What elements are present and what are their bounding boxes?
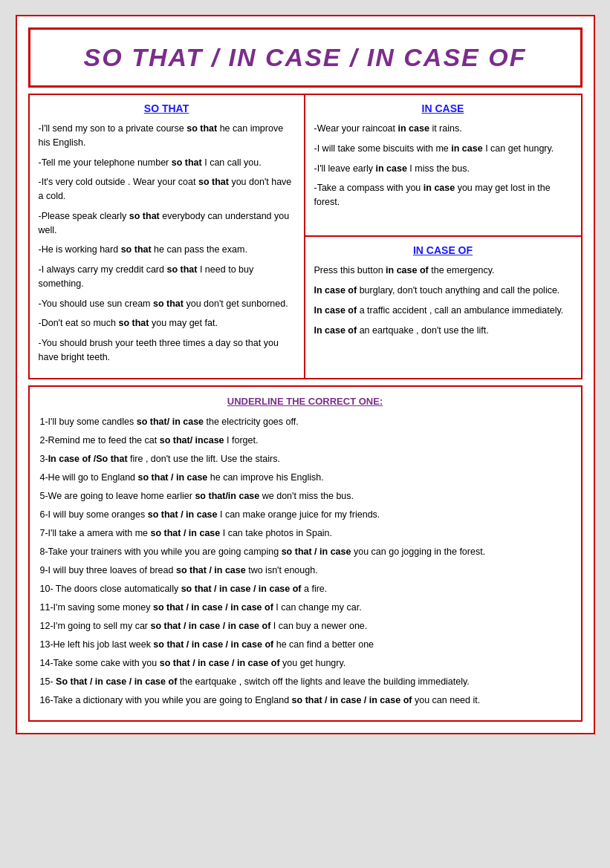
ex-line-9: 9-I will buy three loaves of bread so th… xyxy=(40,563,571,578)
ex-line-7: 7-I'll take a amera with me so that / in… xyxy=(40,526,571,541)
incaseof-line-4: In case of an eartquake , don't use the … xyxy=(314,324,572,338)
page-title: SO THAT / IN CASE / IN CASE OF xyxy=(38,43,573,72)
ex-line-2: 2-Remind me to feed the cat so that/ inc… xyxy=(40,433,571,448)
in-case-section: IN CASE -Wear your raincoat in case it r… xyxy=(305,95,581,237)
incase-line-3: -I'll leave early in case I miss the bus… xyxy=(314,162,572,176)
exercise-heading: UNDERLINE THE CORRECT ONE: xyxy=(40,396,571,407)
ex-line-10: 10- The doors close automatically so tha… xyxy=(40,581,571,596)
sothat-line-6: -I always carry my creddit card so that … xyxy=(39,263,295,291)
ex-line-13: 13-He left his job last week so that / i… xyxy=(40,637,571,652)
sothat-line-1: -I'll send my son to a private course so… xyxy=(39,122,295,150)
ex-line-3: 3-In case of /So that fire , don't use t… xyxy=(40,451,571,466)
incase-line-1: -Wear your raincoat in case it rains. xyxy=(314,122,572,136)
incaseof-line-1: Press this button in case of the emergen… xyxy=(314,264,572,278)
title-box: SO THAT / IN CASE / IN CASE OF xyxy=(28,27,583,88)
in-case-of-section: IN CASE OF Press this button in case of … xyxy=(305,237,581,377)
incase-line-2: -I will take some biscuits with me in ca… xyxy=(314,142,572,156)
ex-line-5: 5-We are going to leave home earlier so … xyxy=(40,489,571,503)
exercise-section: UNDERLINE THE CORRECT ONE: 1-I'll buy so… xyxy=(28,385,583,722)
incaseof-line-3: In case of a traffic accident , call an … xyxy=(314,304,572,318)
sothat-line-7: -You should use sun cream so that you do… xyxy=(39,297,295,311)
in-case-heading: IN CASE xyxy=(314,102,572,114)
ex-line-16: 16-Take a dictionary with you while you … xyxy=(40,693,571,708)
ex-line-8: 8-Take your trainers with you while you … xyxy=(40,544,571,559)
right-section: IN CASE -Wear your raincoat in case it r… xyxy=(305,95,581,378)
sothat-line-2: -Tell me your telephone number so that I… xyxy=(39,156,295,170)
so-that-section: SO THAT -I'll send my son to a private c… xyxy=(30,95,305,378)
in-case-of-heading: IN CASE OF xyxy=(314,244,572,256)
sothat-line-5: -He is working hard so that he can pass … xyxy=(39,243,295,257)
sothat-line-3: -It's very cold outside . Wear your coat… xyxy=(39,175,295,203)
ex-line-14: 14-Take some cake with you so that / in … xyxy=(40,656,571,670)
main-content: SO THAT -I'll send my son to a private c… xyxy=(28,94,583,379)
ex-line-6: 6-I will buy some oranges so that / in c… xyxy=(40,507,571,522)
ex-line-4: 4-He will go to England so that / in cas… xyxy=(40,470,571,485)
ex-line-1: 1-I'll buy some candles so that/ in case… xyxy=(40,414,571,429)
incaseof-line-2: In case of burglary, don't touch anythin… xyxy=(314,284,572,298)
ex-line-15: 15- So that / in case / in case of the e… xyxy=(40,674,571,689)
sothat-line-4: -Please speak clearly so that everybody … xyxy=(39,209,295,238)
ex-line-11: 11-I'm saving some money so that / in ca… xyxy=(40,600,571,615)
sothat-line-9: -You should brush your teeth three times… xyxy=(39,336,295,365)
ex-line-12: 12-I'm going to sell my car so that / in… xyxy=(40,619,571,633)
incase-line-4: -Take a compass with you in case you may… xyxy=(314,181,572,209)
so-that-heading: SO THAT xyxy=(39,102,295,114)
sothat-line-8: -Don't eat so much so that you may get f… xyxy=(39,316,295,330)
